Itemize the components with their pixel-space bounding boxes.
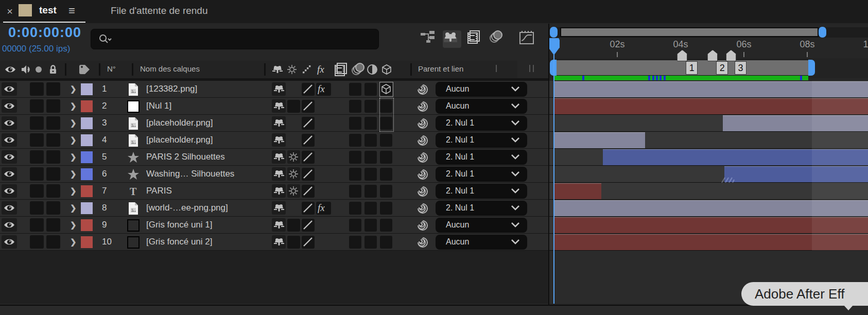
collapse-switch[interactable]: [287, 150, 300, 164]
composition-mini-flowchart-icon[interactable]: [420, 30, 439, 48]
parent-dropdown[interactable]: 2. Nul 1: [436, 184, 527, 199]
eye-icon[interactable]: [2, 184, 17, 198]
zoombar-left-handle[interactable]: [550, 27, 558, 38]
tab-render-queue[interactable]: File d'attente de rendu: [111, 5, 207, 16]
quality-switch[interactable]: [302, 151, 315, 164]
expand-chevron-icon[interactable]: ❯: [70, 84, 77, 94]
solo-toggle[interactable]: [46, 82, 60, 96]
layer-name[interactable]: Washing… Silhouettes: [146, 169, 234, 179]
collapse-transformations-icon[interactable]: [287, 64, 297, 75]
audio-toggle[interactable]: [30, 99, 44, 113]
frame-blending-icon[interactable]: [466, 30, 485, 48]
timeline-zoombar[interactable]: [560, 27, 819, 37]
pickwhip-spiral-icon[interactable]: [416, 100, 429, 113]
quality-switch[interactable]: [302, 117, 315, 130]
pickwhip-spiral-icon[interactable]: [416, 117, 429, 130]
audio-toggle[interactable]: [30, 218, 44, 232]
expand-chevron-icon[interactable]: ❯: [70, 135, 77, 145]
hide-shy-layers-icon[interactable]: [443, 30, 461, 48]
eye-icon[interactable]: [2, 150, 17, 164]
frame-blend-switch[interactable]: [349, 202, 361, 215]
label-color-swatch[interactable]: [81, 168, 93, 180]
frame-blend-switch[interactable]: [349, 100, 361, 113]
solo-toggle[interactable]: [46, 184, 60, 198]
motion-blur-switch[interactable]: [364, 134, 377, 147]
fx-switch[interactable]: fx: [316, 202, 331, 215]
frame-blend-switch[interactable]: [349, 83, 361, 96]
3d-switch[interactable]: [380, 202, 392, 215]
3d-switch[interactable]: [380, 168, 392, 181]
fx-icon[interactable]: fx: [316, 64, 331, 75]
label-color-swatch[interactable]: [81, 219, 93, 231]
eye-icon[interactable]: [2, 99, 17, 113]
label-color-swatch[interactable]: [81, 185, 93, 197]
expand-chevron-icon[interactable]: ❯: [70, 101, 77, 111]
layer-duration-bar[interactable]: [554, 183, 601, 199]
label-color-swatch[interactable]: [81, 202, 93, 214]
audio-toggle[interactable]: [30, 150, 44, 164]
quality-switch[interactable]: [302, 185, 315, 198]
frame-blend-switch[interactable]: [349, 168, 361, 181]
eye-icon[interactable]: [2, 167, 17, 181]
parent-dropdown[interactable]: 2. Nul 1: [436, 150, 527, 165]
layer-name[interactable]: [123382.png]: [146, 84, 197, 94]
shy-switch[interactable]: [272, 82, 286, 96]
work-area-bar[interactable]: [553, 60, 812, 76]
3d-switch[interactable]: [380, 219, 392, 232]
current-timecode[interactable]: 0:00:00:00: [8, 25, 81, 41]
expand-chevron-icon[interactable]: ❯: [70, 186, 77, 196]
frame-blend-switch[interactable]: [349, 117, 361, 130]
frame-blending-icon[interactable]: [334, 63, 348, 76]
zoombar-right-handle[interactable]: [819, 27, 826, 38]
collapse-switch[interactable]: [287, 100, 300, 113]
layer-duration-bar[interactable]: [554, 132, 645, 148]
parent-dropdown[interactable]: 2. Nul 1: [436, 116, 527, 131]
motion-blur-switch[interactable]: [364, 185, 377, 198]
speaker-icon[interactable]: [21, 65, 32, 74]
shy-switch[interactable]: [272, 235, 286, 249]
collapse-switch[interactable]: [287, 184, 300, 198]
label-color-swatch[interactable]: [81, 100, 93, 112]
quality-switch[interactable]: [302, 202, 315, 215]
solo-toggle[interactable]: [46, 116, 60, 130]
audio-toggle[interactable]: [30, 235, 44, 249]
shy-switch[interactable]: [272, 133, 286, 147]
label-tag-icon[interactable]: [78, 64, 91, 75]
frame-blend-switch[interactable]: [349, 134, 361, 147]
eye-icon[interactable]: [4, 65, 16, 74]
lock-icon[interactable]: [48, 64, 58, 75]
collapse-switch[interactable]: [287, 167, 300, 181]
column-parent[interactable]: Parent et lien: [418, 64, 463, 73]
quality-switch[interactable]: [302, 100, 315, 113]
3d-switch[interactable]: [380, 134, 392, 147]
audio-toggle[interactable]: [30, 133, 44, 147]
frame-blend-switch[interactable]: [349, 151, 361, 164]
expand-chevron-icon[interactable]: ❯: [70, 169, 77, 179]
quality-switch[interactable]: [302, 134, 315, 147]
label-color-swatch[interactable]: [81, 236, 93, 248]
motion-blur-switch[interactable]: [364, 202, 377, 215]
layer-name[interactable]: PARIS 2 Silhouettes: [146, 152, 225, 162]
quality-icon[interactable]: [301, 64, 312, 75]
pickwhip-spiral-icon[interactable]: [416, 185, 429, 198]
frame-blend-switch[interactable]: [349, 236, 361, 249]
audio-toggle[interactable]: [30, 167, 44, 181]
eye-icon[interactable]: [2, 218, 17, 232]
pickwhip-spiral-icon[interactable]: [416, 202, 429, 215]
solo-toggle[interactable]: [46, 218, 60, 232]
layer-name[interactable]: PARIS: [146, 186, 172, 196]
hamburger-menu-icon[interactable]: ≡: [68, 4, 75, 18]
layer-name[interactable]: [Nul 1]: [146, 101, 171, 111]
audio-toggle[interactable]: [30, 116, 44, 130]
pickwhip-spiral-icon[interactable]: [416, 134, 429, 147]
audio-toggle[interactable]: [30, 201, 44, 215]
search-input[interactable]: [91, 29, 379, 49]
pickwhip-spiral-icon[interactable]: [416, 168, 429, 181]
pickwhip-spiral-icon[interactable]: [416, 219, 429, 232]
fx-switch[interactable]: fx: [316, 83, 331, 96]
layer-name[interactable]: [placeholder.png]: [146, 118, 213, 128]
solo-toggle[interactable]: [46, 150, 60, 164]
motion-blur-icon[interactable]: [488, 30, 507, 48]
label-color-swatch[interactable]: [81, 83, 93, 95]
motion-blur-switch[interactable]: [364, 168, 377, 181]
